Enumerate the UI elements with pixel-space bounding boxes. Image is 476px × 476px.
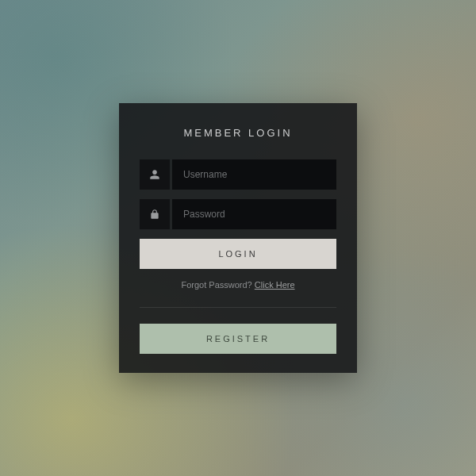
forgot-password-text: Forgot Password? Click Here: [140, 280, 336, 290]
username-input[interactable]: [172, 159, 336, 190]
username-field: [140, 159, 336, 190]
login-button[interactable]: LOGIN: [140, 239, 336, 269]
user-icon: [140, 159, 170, 190]
password-input[interactable]: [172, 199, 336, 229]
forgot-label: Forgot Password?: [181, 280, 254, 290]
forgot-password-link[interactable]: Click Here: [255, 280, 295, 290]
lock-icon: [140, 199, 170, 229]
login-card: MEMBER LOGIN LOGIN Forgot Password? Clic…: [119, 103, 357, 373]
card-title: MEMBER LOGIN: [140, 127, 336, 139]
divider: [140, 307, 336, 308]
register-button[interactable]: REGISTER: [140, 324, 336, 354]
password-field: [140, 199, 336, 229]
